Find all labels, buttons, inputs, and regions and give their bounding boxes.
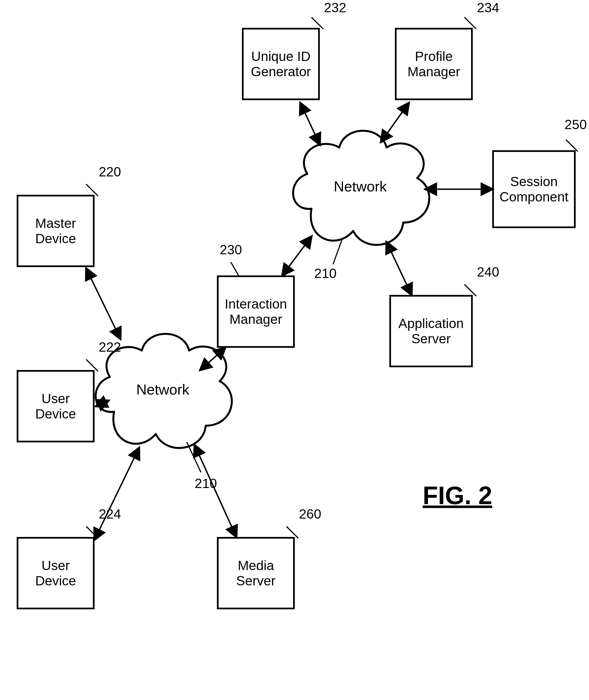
user-device-2-line1: User (41, 558, 69, 573)
user-device-2-ref: 224 (99, 506, 121, 522)
user-device-1-line1: User (41, 391, 69, 406)
interaction-manager-leader (230, 262, 239, 277)
media-server-box: Media Server (217, 537, 295, 609)
interaction-manager-box: Interaction Manager (217, 276, 295, 348)
diagram-canvas: Network 210 Network 210 Master Device 22… (0, 0, 589, 700)
network-left-ref: 210 (195, 476, 217, 491)
master-device-line1: Master (35, 216, 76, 231)
network-left-label: Network (136, 381, 189, 398)
session-component-line1: Session (510, 174, 558, 189)
media-server-line1: Media (238, 558, 274, 573)
session-component-line2: Component (500, 189, 568, 204)
network-right-label: Network (334, 178, 387, 195)
unique-id-generator-ref: 232 (324, 0, 346, 15)
profile-manager-box: Profile Manager (395, 28, 473, 100)
interaction-manager-line1: Interaction (225, 296, 287, 312)
media-server-ref: 260 (299, 506, 321, 522)
network-right-ref: 210 (314, 266, 337, 281)
user-device-1-ref: 222 (99, 339, 121, 355)
unique-id-generator-line2: Generator (251, 64, 311, 79)
unique-id-generator-line1: Unique ID (251, 49, 310, 64)
user-device-1-box: User Device (17, 370, 94, 443)
master-device-box: Master Device (17, 195, 94, 267)
interaction-manager-line2: Manager (229, 312, 282, 327)
user-device-2-box: User Device (17, 537, 94, 609)
application-server-line2: Server (411, 331, 450, 346)
master-device-ref: 220 (99, 164, 121, 179)
profile-manager-line2: Manager (407, 64, 460, 79)
interaction-manager-ref: 230 (220, 242, 242, 257)
unique-id-generator-box: Unique ID Generator (242, 28, 320, 100)
profile-manager-line1: Profile (415, 49, 453, 64)
application-server-box: Application Server (389, 295, 473, 367)
session-component-ref: 250 (565, 117, 587, 132)
user-device-1-line2: Device (35, 406, 76, 421)
master-device-line2: Device (35, 231, 76, 246)
media-server-line2: Server (236, 573, 275, 588)
user-device-2-line2: Device (35, 573, 76, 588)
application-server-line1: Application (398, 316, 464, 331)
profile-manager-ref: 234 (477, 0, 499, 15)
session-component-box: Session Component (492, 150, 576, 228)
figure-label: FIG. 2 (423, 481, 492, 510)
application-server-ref: 240 (477, 264, 499, 280)
